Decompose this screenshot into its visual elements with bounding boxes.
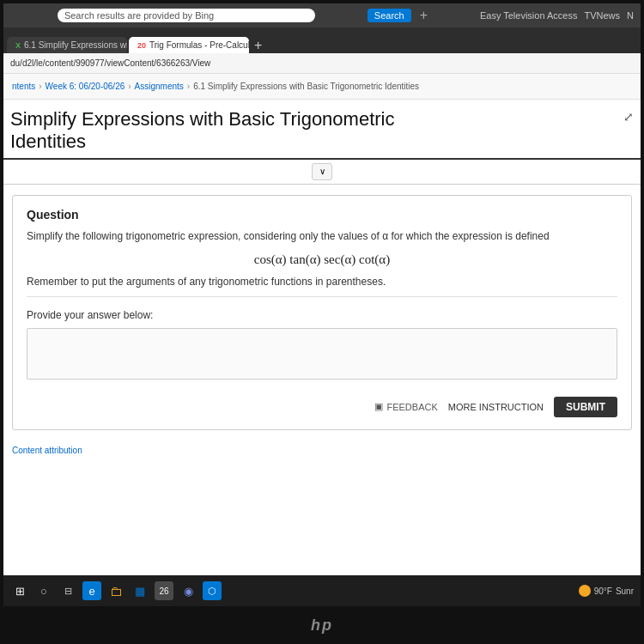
breadcrumb: ntents › Week 6: 06/20-06/26 › Assignmen… xyxy=(3,74,641,100)
chevron-down-icon: ∨ xyxy=(319,167,325,176)
action-row: ▣ FEEDBACK MORE INSTRUCTION SUBMIT xyxy=(27,390,617,417)
search-row: Search results are provided by Bing Sear… xyxy=(3,3,641,27)
tab-label-2: Trig Formulas - Pre-Calculus - Se xyxy=(149,40,249,50)
tab-icon-1: X xyxy=(15,41,21,50)
chevron-row: ∨ xyxy=(3,160,641,185)
weather-status: Sunr xyxy=(616,586,634,596)
hp-area: hp xyxy=(0,606,644,644)
weather-temp: 90°F xyxy=(594,586,612,596)
more-instruction-button[interactable]: MORE INSTRUCTION xyxy=(448,402,544,412)
page-content: Simplify Expressions with Basic Trigonom… xyxy=(3,100,641,575)
weather-icon xyxy=(579,585,591,597)
breadcrumb-current: 6.1 Simplify Expressions with Basic Trig… xyxy=(193,82,419,91)
browser-actions: Easy Television Access TVNews N xyxy=(480,10,634,21)
breadcrumb-assignments[interactable]: Assignments xyxy=(135,82,184,91)
submit-button[interactable]: SUBMIT xyxy=(554,397,617,417)
attribution-link[interactable]: Content attribution xyxy=(12,446,82,455)
tab-icon-2: 20 xyxy=(137,41,146,50)
collapse-button[interactable]: ∨ xyxy=(312,163,332,180)
search-hint-text: Search results are provided by Bing xyxy=(64,10,308,21)
tvnews-link[interactable]: TVNews xyxy=(584,10,620,21)
content-attribution: Content attribution xyxy=(3,440,641,460)
address-bar[interactable]: du/d2l/le/content/990977/viewContent/636… xyxy=(10,58,634,68)
reminder-text: Remember to put the arguments of any tri… xyxy=(27,276,617,297)
page-title-line1: Simplify Expressions with Basic Trigonom… xyxy=(10,108,394,130)
add-tab-icon[interactable]: + xyxy=(420,8,428,23)
question-container: Question Simplify the following trigonom… xyxy=(12,195,632,430)
store-icon[interactable]: ⬡ xyxy=(203,581,222,600)
tab-label-1: 6.1 Simplify Expressions with Bas xyxy=(24,40,127,50)
math-expression: cos(α) tan(α) sec(α) cot(α) xyxy=(27,252,617,267)
new-tab-button[interactable]: + xyxy=(254,38,262,53)
page-title-section: Simplify Expressions with Basic Trigonom… xyxy=(3,100,641,160)
tab-simplify[interactable]: X 6.1 Simplify Expressions with Bas ✕ xyxy=(7,37,127,53)
page-title-line2: Identities xyxy=(10,131,86,152)
taskview-icon[interactable]: ⊟ xyxy=(58,581,77,600)
question-text: Simplify the following trigonometric exp… xyxy=(27,228,617,244)
tabs-row: X 6.1 Simplify Expressions with Bas ✕ 20… xyxy=(3,27,641,53)
question-label: Question xyxy=(27,208,617,222)
calendar-icon[interactable]: ▦ xyxy=(131,581,149,600)
edge-icon[interactable]: e xyxy=(82,581,101,600)
easy-tv-link[interactable]: Easy Television Access xyxy=(480,10,578,21)
search-taskbar-icon[interactable]: ○ xyxy=(34,581,53,600)
expand-icon[interactable]: ⤢ xyxy=(623,110,634,124)
address-row: du/d2l/le/content/990977/viewContent/636… xyxy=(3,53,641,74)
search-button[interactable]: Search xyxy=(368,9,411,22)
more-link: N xyxy=(627,10,634,21)
screen: Search results are provided by Bing Sear… xyxy=(3,3,641,575)
search-bar-container: Search results are provided by Bing xyxy=(58,9,315,22)
feedback-icon: ▣ xyxy=(374,401,383,412)
app-icon-26[interactable]: 26 xyxy=(155,581,173,600)
page-title: Simplify Expressions with Basic Trigonom… xyxy=(10,108,630,154)
discord-icon[interactable]: ◉ xyxy=(179,581,197,600)
weather-info: 90°F Sunr xyxy=(579,585,634,597)
hp-logo: hp xyxy=(311,617,333,635)
tab-trig[interactable]: 20 Trig Formulas - Pre-Calculus - Se ✕ xyxy=(129,37,249,53)
monitor: Search results are provided by Bing Sear… xyxy=(0,0,644,644)
breadcrumb-contents[interactable]: ntents xyxy=(12,82,35,91)
taskbar: ⊞ ○ ⊟ e 🗀 ▦ 26 ◉ ⬡ 90°F Sunr xyxy=(3,575,641,606)
answer-label: Provide your answer below: xyxy=(27,309,617,321)
folder-icon[interactable]: 🗀 xyxy=(106,581,125,600)
feedback-label: FEEDBACK xyxy=(386,402,437,412)
windows-start-button[interactable]: ⊞ xyxy=(10,581,29,600)
browser-chrome: Search results are provided by Bing Sear… xyxy=(3,3,641,74)
breadcrumb-week[interactable]: Week 6: 06/20-06/26 xyxy=(46,82,125,91)
answer-input-area[interactable] xyxy=(27,328,617,380)
feedback-button[interactable]: ▣ FEEDBACK xyxy=(374,401,437,412)
